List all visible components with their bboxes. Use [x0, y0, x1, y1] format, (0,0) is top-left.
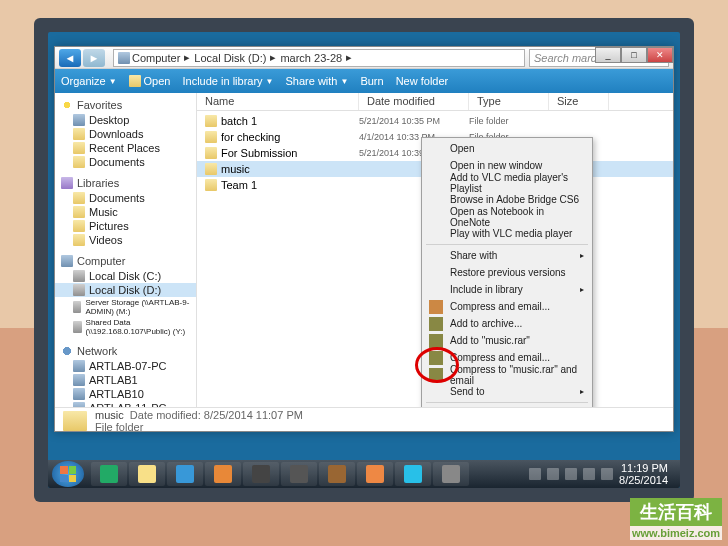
windows-logo-icon [60, 466, 76, 482]
new-folder-button[interactable]: New folder [396, 75, 449, 87]
context-menu-item[interactable]: Include in library [424, 281, 590, 298]
close-button[interactable]: ✕ [647, 47, 673, 63]
sidebar-item-network-pc[interactable]: ARTLAB10 [55, 387, 196, 401]
watermark: 生活百科 www.bimeiz.com [630, 498, 722, 540]
favorites-header[interactable]: Favorites [55, 97, 196, 113]
library-icon [61, 177, 73, 189]
taskbar-button-ie[interactable] [167, 462, 203, 486]
tray-icon[interactable] [547, 468, 559, 480]
taskbar-button-337[interactable] [91, 462, 127, 486]
context-menu-item[interactable]: Add to archive... [424, 315, 590, 332]
folder-icon [73, 192, 85, 204]
taskbar-button-wmp[interactable] [205, 462, 241, 486]
taskbar-button-app3[interactable] [319, 462, 355, 486]
sidebar-item-lib-music[interactable]: Music [55, 205, 196, 219]
context-menu-item[interactable]: Compress and email... [424, 298, 590, 315]
app3-icon [328, 465, 346, 483]
context-menu-item[interactable]: Share with [424, 247, 590, 264]
column-name[interactable]: Name [197, 93, 359, 110]
sidebar-item-lib-videos[interactable]: Videos [55, 233, 196, 247]
menu-item-icon [429, 351, 443, 365]
maximize-button[interactable]: □ [621, 47, 647, 63]
computer-header[interactable]: Computer [55, 253, 196, 269]
explorer-icon [138, 465, 156, 483]
pc-icon [73, 360, 85, 372]
taskbar: 11:19 PM 8/25/2014 [48, 460, 680, 488]
column-size[interactable]: Size [549, 93, 609, 110]
sidebar-item-downloads[interactable]: Downloads [55, 127, 196, 141]
network-icon [61, 345, 73, 357]
file-name: For Submission [221, 147, 297, 159]
network-header[interactable]: Network [55, 343, 196, 359]
menu-item-icon [429, 317, 443, 331]
folder-icon [73, 142, 85, 154]
folder-icon [73, 234, 85, 246]
sidebar-item-drive-c[interactable]: Local Disk (C:) [55, 269, 196, 283]
app4-icon [442, 465, 460, 483]
sidebar-item-lib-documents[interactable]: Documents [55, 191, 196, 205]
start-button[interactable] [52, 461, 84, 487]
pc-icon [73, 402, 85, 407]
context-menu-item[interactable]: Add to "music.rar" [424, 332, 590, 349]
sidebar-item-shared-data[interactable]: Shared Data (\\192.168.0.107\Public) (Y:… [55, 317, 196, 337]
sidebar-item-documents[interactable]: Documents [55, 155, 196, 169]
breadcrumb[interactable]: march 23-28 [278, 52, 344, 64]
volume-icon[interactable] [601, 468, 613, 480]
folder-icon [73, 220, 85, 232]
context-menu-item[interactable]: Play with VLC media player [424, 225, 590, 242]
tray-icon[interactable] [565, 468, 577, 480]
burn-button[interactable]: Burn [360, 75, 383, 87]
sidebar-item-recent[interactable]: Recent Places [55, 141, 196, 155]
file-date: 5/21/2014 10:35 PM [359, 116, 469, 126]
file-name: music [221, 163, 250, 175]
sidebar-item-desktop[interactable]: Desktop [55, 113, 196, 127]
taskbar-button-app2[interactable] [281, 462, 317, 486]
context-menu-item[interactable]: Add to VLC media player's Playlist [424, 174, 590, 191]
breadcrumb[interactable]: Local Disk (D:) [192, 52, 268, 64]
context-menu-item[interactable]: Cut [424, 405, 590, 407]
nav-back-button[interactable]: ◄ [59, 49, 81, 67]
taskbar-button-explorer[interactable] [129, 462, 165, 486]
column-type[interactable]: Type [469, 93, 549, 110]
breadcrumb[interactable]: Computer [130, 52, 182, 64]
sidebar-item-drive-d[interactable]: Local Disk (D:) [55, 283, 196, 297]
taskbar-button-skype[interactable] [395, 462, 431, 486]
context-menu-item[interactable]: Send to [424, 383, 590, 400]
taskbar-button-app1[interactable] [243, 462, 279, 486]
context-menu-item[interactable]: Open as Notebook in OneNote [424, 208, 590, 225]
share-with-menu[interactable]: Share with▼ [286, 75, 349, 87]
sidebar-item-lib-pictures[interactable]: Pictures [55, 219, 196, 233]
taskbar-button-chrome[interactable] [357, 462, 393, 486]
computer-icon [118, 52, 130, 64]
skype-icon [404, 465, 422, 483]
taskbar-button-app4[interactable] [433, 462, 469, 486]
app1-icon [252, 465, 270, 483]
address-bar[interactable]: Computer▸ Local Disk (D:)▸ march 23-28▸ [113, 49, 525, 67]
file-row[interactable]: batch 15/21/2014 10:35 PMFile folder [197, 113, 673, 129]
sidebar-item-network-pc[interactable]: ARTLAB1 [55, 373, 196, 387]
context-menu-item[interactable]: Compress to "music.rar" and email [424, 366, 590, 383]
tray-icon[interactable] [529, 468, 541, 480]
tray-icon[interactable] [583, 468, 595, 480]
open-button[interactable]: Open [129, 75, 171, 87]
menu-separator [426, 244, 588, 245]
folder-icon [205, 163, 217, 175]
drive-icon [73, 270, 85, 282]
context-menu-item[interactable]: Open [424, 140, 590, 157]
folder-icon [73, 206, 85, 218]
menu-item-icon [429, 300, 443, 314]
minimize-button[interactable]: _ [595, 47, 621, 63]
column-date[interactable]: Date modified [359, 93, 469, 110]
sidebar-item-network-pc[interactable]: ARTLAB-11-PC [55, 401, 196, 407]
watermark-text: 生活百科 [630, 498, 722, 526]
sidebar-item-server-storage[interactable]: Server Storage (\\ARTLAB-9-ADMIN) (M:) [55, 297, 196, 317]
context-menu-item[interactable]: Restore previous versions [424, 264, 590, 281]
wmp-icon [214, 465, 232, 483]
libraries-header[interactable]: Libraries [55, 175, 196, 191]
context-menu: OpenOpen in new windowAdd to VLC media p… [421, 137, 593, 407]
organize-menu[interactable]: Organize▼ [61, 75, 117, 87]
nav-forward-button[interactable]: ► [83, 49, 105, 67]
sidebar-item-network-pc[interactable]: ARTLAB-07-PC [55, 359, 196, 373]
include-library-menu[interactable]: Include in library▼ [182, 75, 273, 87]
clock[interactable]: 11:19 PM 8/25/2014 [619, 462, 668, 486]
